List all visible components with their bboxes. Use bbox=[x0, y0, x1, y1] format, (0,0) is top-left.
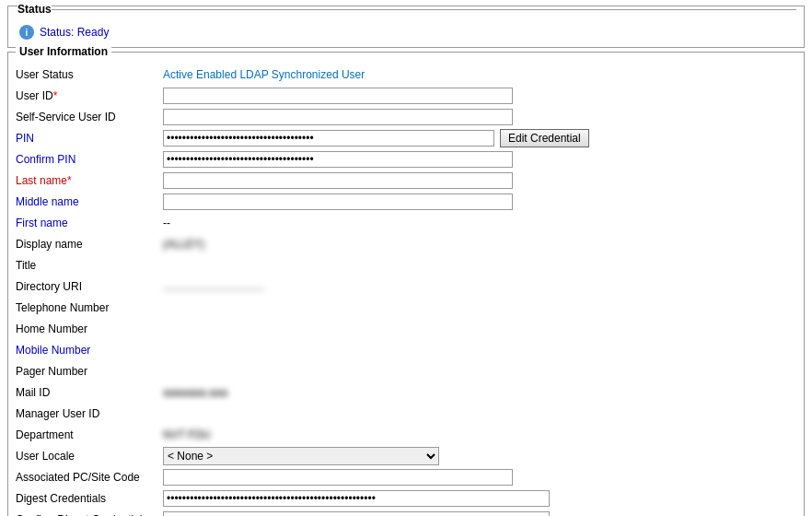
digest-credentials-row: Digest Credentials bbox=[16, 489, 796, 508]
department-value: NVT FDU bbox=[163, 428, 211, 441]
status-text: Status: Ready bbox=[40, 26, 109, 39]
confirm-digest-credentials-input[interactable] bbox=[163, 511, 550, 516]
edit-credential-button[interactable]: Edit Credential bbox=[500, 129, 589, 147]
self-service-user-id-row: Self-Service User ID bbox=[16, 108, 796, 126]
confirm-pin-input[interactable] bbox=[163, 151, 513, 168]
first-name-label: First name bbox=[16, 217, 163, 229]
user-locale-select[interactable]: < None > bbox=[163, 447, 439, 465]
home-number-row: Home Number bbox=[16, 320, 796, 338]
home-number-label: Home Number bbox=[16, 322, 163, 335]
confirm-pin-row: Confirm PIN bbox=[16, 150, 796, 169]
mail-id-value: aaaaaaa.aaa bbox=[163, 386, 227, 399]
status-section: Status i Status: Ready bbox=[7, 6, 805, 48]
title-label: Title bbox=[16, 259, 163, 272]
pin-row: PIN Edit Credential bbox=[16, 129, 796, 147]
manager-user-id-row: Manager User ID bbox=[16, 405, 796, 423]
directory-uri-value: ................................. bbox=[163, 280, 264, 293]
user-id-label: User ID bbox=[16, 89, 163, 102]
mobile-number-label: Mobile Number bbox=[16, 344, 163, 357]
confirm-pin-label: Confirm PIN bbox=[16, 153, 163, 166]
display-name-label: Display name bbox=[16, 238, 163, 251]
pager-number-label: Pager Number bbox=[16, 365, 163, 378]
last-name-row: Last name bbox=[16, 171, 796, 190]
user-locale-label: User Locale bbox=[16, 450, 163, 463]
first-name-value: -- bbox=[163, 217, 170, 229]
pin-label: PIN bbox=[16, 132, 163, 145]
self-service-label: Self-Service User ID bbox=[16, 111, 163, 123]
department-label: Department bbox=[16, 428, 163, 441]
user-status-label: User Status bbox=[16, 68, 163, 81]
last-name-input[interactable] bbox=[163, 172, 513, 189]
display-name-row: Display name (ALLEY) bbox=[16, 235, 796, 253]
display-name-value: (ALLEY) bbox=[163, 238, 204, 251]
status-title: Status bbox=[17, 3, 52, 16]
info-icon: i bbox=[19, 25, 34, 40]
user-status-value: Active Enabled LDAP Synchronized User bbox=[163, 68, 365, 81]
digest-credentials-label: Digest Credentials bbox=[16, 492, 163, 505]
user-locale-row: User Locale < None > bbox=[16, 447, 796, 465]
pager-number-row: Pager Number bbox=[16, 362, 796, 381]
mobile-number-row: Mobile Number bbox=[16, 341, 796, 359]
self-service-input[interactable] bbox=[163, 109, 513, 125]
user-status-row: User Status Active Enabled LDAP Synchron… bbox=[16, 65, 796, 84]
associated-pc-input[interactable] bbox=[163, 469, 513, 486]
middle-name-row: Middle name bbox=[16, 193, 796, 211]
associated-pc-label: Associated PC/Site Code bbox=[16, 471, 163, 484]
telephone-number-row: Telephone Number bbox=[16, 299, 796, 317]
confirm-digest-credentials-row: Confirm Digest Credentials bbox=[16, 510, 796, 516]
middle-name-input[interactable] bbox=[163, 194, 513, 210]
middle-name-label: Middle name bbox=[16, 195, 163, 208]
associated-pc-row: Associated PC/Site Code bbox=[16, 468, 796, 487]
pin-input[interactable] bbox=[163, 130, 494, 147]
department-row: Department NVT FDU bbox=[16, 426, 796, 444]
digest-credentials-input[interactable] bbox=[163, 490, 550, 507]
user-info-title: User Information bbox=[16, 45, 111, 58]
directory-uri-label: Directory URI bbox=[16, 280, 163, 293]
user-id-row: User ID bbox=[16, 87, 796, 105]
user-id-input[interactable] bbox=[163, 88, 513, 104]
first-name-row: First name -- bbox=[16, 214, 796, 232]
title-row: Title bbox=[16, 256, 796, 275]
mail-id-row: Mail ID aaaaaaa.aaa bbox=[16, 383, 796, 402]
status-content: i Status: Ready bbox=[16, 23, 796, 41]
user-information-section: User Information User Status Active Enab… bbox=[7, 52, 805, 516]
directory-uri-row: Directory URI ..........................… bbox=[16, 277, 796, 296]
mail-id-label: Mail ID bbox=[16, 386, 163, 399]
manager-user-id-label: Manager User ID bbox=[16, 407, 163, 420]
last-name-label: Last name bbox=[16, 174, 163, 187]
telephone-number-label: Telephone Number bbox=[16, 301, 163, 314]
